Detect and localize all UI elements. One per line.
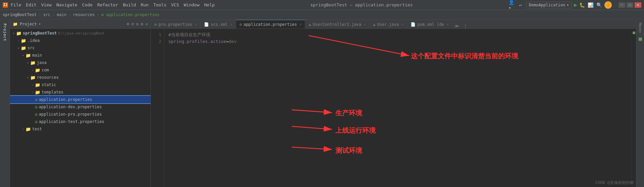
sort-icon[interactable]: ⇅ <box>136 21 139 26</box>
collapse-all-icon[interactable]: ≡ <box>131 21 134 26</box>
tree-path-root: D:\java-ee\springBoot <box>58 31 105 36</box>
tab-close-pro[interactable]: ✕ <box>195 22 197 26</box>
tree-item-idea[interactable]: › 📁 .idea <box>10 37 151 44</box>
tab-label-uc: UserController2.java <box>313 22 361 27</box>
folder-icon-root: 📁 <box>16 31 21 36</box>
menu-refactor[interactable]: Refactor <box>97 2 118 7</box>
maximize-button[interactable]: □ <box>627 2 633 8</box>
menu-navigate[interactable]: Navigate <box>56 2 77 7</box>
breadcrumb-item-main[interactable]: main <box>57 12 66 17</box>
project-chevron-icon: ▾ <box>39 22 41 26</box>
tab-label-vcs: vcs.xml <box>211 22 228 27</box>
menu-view[interactable]: View <box>41 2 52 7</box>
file-icon-app-test: ⚙ <box>35 119 38 124</box>
code-line-1: # 当前项目在生产环境 <box>168 32 627 38</box>
tree-item-src[interactable]: ▾ 📁 src <box>10 44 151 52</box>
tree-label-java: java <box>37 60 47 65</box>
tree-item-resources[interactable]: ▾ 📁 resources <box>10 74 151 81</box>
tab-usercontroller[interactable]: ☕ UserController2.java ✕ <box>305 20 370 28</box>
right-sidebar: Maven <box>636 19 644 187</box>
code-comment-text-1: 当前项目在生产环境 <box>171 32 210 38</box>
menu-file[interactable]: File <box>11 2 21 7</box>
tab-pom-xml[interactable]: 📄 pom.xml (de ✕ <box>407 20 452 28</box>
tree-arrow-src: ▾ <box>16 46 21 50</box>
run-config-label: DemoApplication <box>529 3 565 7</box>
line-number-2: 2 <box>151 38 161 45</box>
tree-item-test[interactable]: › 📁 test <box>10 125 151 133</box>
close-button[interactable]: ✕ <box>635 2 641 8</box>
tree-item-app-dev[interactable]: ⚙ application-dev.properties <box>10 103 151 111</box>
tree-item-com[interactable]: › 📁 com <box>10 66 151 74</box>
folder-icon-resources: 📁 <box>30 75 36 80</box>
tab-close-pom[interactable]: ✕ <box>447 22 449 26</box>
tree-item-application-properties[interactable]: ⚙ application.properties <box>10 96 151 103</box>
tab-user-java[interactable]: ☕ User.java ✕ <box>370 20 407 28</box>
code-equals-2: = <box>226 38 229 45</box>
title-bar: IJ File Edit View Navigate Code Refactor… <box>0 0 644 10</box>
coverage-button[interactable]: 📊 <box>587 2 594 8</box>
close-panel-icon[interactable]: ✕ <box>145 21 148 26</box>
tab-label-pom: pom.xml (de <box>417 22 444 27</box>
menu-build[interactable]: Build <box>123 2 136 7</box>
tab-close-vcs[interactable]: ✕ <box>230 22 232 26</box>
tab-close-app[interactable]: ✕ <box>300 22 302 26</box>
breadcrumb-item-src[interactable]: src <box>43 12 50 17</box>
breadcrumb-item-resources[interactable]: resources <box>73 12 95 17</box>
tab-vcs-xml[interactable]: 📄 vcs.xml ✕ <box>201 20 236 28</box>
tab-pro-properties[interactable]: ⚙ pro.properties ✕ <box>151 20 201 28</box>
folder-icon-main: 📁 <box>25 53 31 58</box>
tab-application-properties[interactable]: ⚙ application.properties ✕ <box>236 20 305 28</box>
menu-bar[interactable]: File Edit View Navigate Code Refactor Bu… <box>11 2 215 7</box>
locate-file-icon[interactable]: ⊕ <box>127 21 129 26</box>
tree-label-com: com <box>42 68 49 72</box>
toolbar: 👤▾ ↩ DemoApplication ▾ ▶ 🐛 📊 🔍 🔶 <box>508 1 612 9</box>
tab-overflow-icon[interactable]: ≫ <box>452 23 461 28</box>
back-button[interactable]: ↩ <box>517 2 524 8</box>
menu-help[interactable]: Help <box>204 2 215 7</box>
sidebar-tab-project[interactable]: Project <box>1 21 8 44</box>
tree-label-app-props: application.properties <box>39 97 92 102</box>
menu-edit[interactable]: Edit <box>26 2 36 7</box>
avatar[interactable]: 🔶 <box>604 1 612 9</box>
breadcrumb-item-project[interactable]: springBootTest <box>3 12 37 17</box>
maven-tab[interactable]: Maven <box>638 21 643 35</box>
tab-icon-uc: ☕ <box>309 22 311 27</box>
tree-item-static[interactable]: › 📁 static <box>10 81 151 88</box>
tab-close-uc[interactable]: ✕ <box>364 22 366 26</box>
run-config-selector[interactable]: DemoApplication ▾ <box>526 2 572 8</box>
tree-arrow-static: › <box>30 83 35 87</box>
menu-run[interactable]: Run <box>141 2 149 7</box>
breadcrumb-sep-1: › <box>39 12 41 17</box>
folder-icon-src: 📁 <box>21 46 26 51</box>
file-icon-app-pro: ⚙ <box>35 112 38 117</box>
file-icon-app-props: ⚙ <box>35 97 38 102</box>
tree-item-main[interactable]: ▾ 📁 main <box>10 52 151 59</box>
tab-menu-icon[interactable]: ⋮ <box>461 23 470 28</box>
settings-icon[interactable]: ⚙ <box>141 21 143 26</box>
minimize-button[interactable]: ─ <box>619 2 625 8</box>
tree-label-main: main <box>32 53 42 58</box>
line-number-1: 1 <box>151 32 161 38</box>
search-everywhere-button[interactable]: 🔍 <box>596 2 602 8</box>
tree-label-templates: templates <box>42 90 63 95</box>
breadcrumb-item-file[interactable]: ⚙ application.properties <box>101 12 159 17</box>
menu-vcs[interactable]: VCS <box>171 2 179 7</box>
tree-item-app-pro[interactable]: ⚙ application-pro.properties <box>10 111 151 118</box>
run-button[interactable]: ▶ <box>574 2 577 8</box>
tree-label-root: springBootTest <box>23 31 57 36</box>
tree-item-app-test[interactable]: ⚙ application-test.properties <box>10 118 151 125</box>
tree-root[interactable]: ▾ 📁 springBootTest D:\java-ee\springBoot <box>10 29 151 37</box>
tab-bar: ⚙ pro.properties ✕ 📄 vcs.xml ✕ ⚙ applica… <box>151 19 636 29</box>
menu-tools[interactable]: Tools <box>153 2 166 7</box>
editor-area: ⚙ pro.properties ✕ 📄 vcs.xml ✕ ⚙ applica… <box>151 19 636 187</box>
tab-close-user[interactable]: ✕ <box>401 22 404 26</box>
menu-window[interactable]: Window <box>184 2 200 7</box>
tree-item-java[interactable]: ▾ 📁 java <box>10 59 151 66</box>
project-panel-header: 📁 Project ▾ ⊕ ≡ ⇅ ⚙ ✕ <box>10 19 151 29</box>
profile-button[interactable]: 👤▾ <box>508 2 515 8</box>
tree-item-templates[interactable]: › 📁 templates <box>10 88 151 96</box>
debug-button[interactable]: 🐛 <box>579 2 585 8</box>
code-editor[interactable]: # 当前项目在生产环境 spring.profiles.active = dev <box>164 29 631 187</box>
menu-code[interactable]: Code <box>82 2 93 7</box>
run-config-chevron-icon: ▾ <box>567 3 569 7</box>
